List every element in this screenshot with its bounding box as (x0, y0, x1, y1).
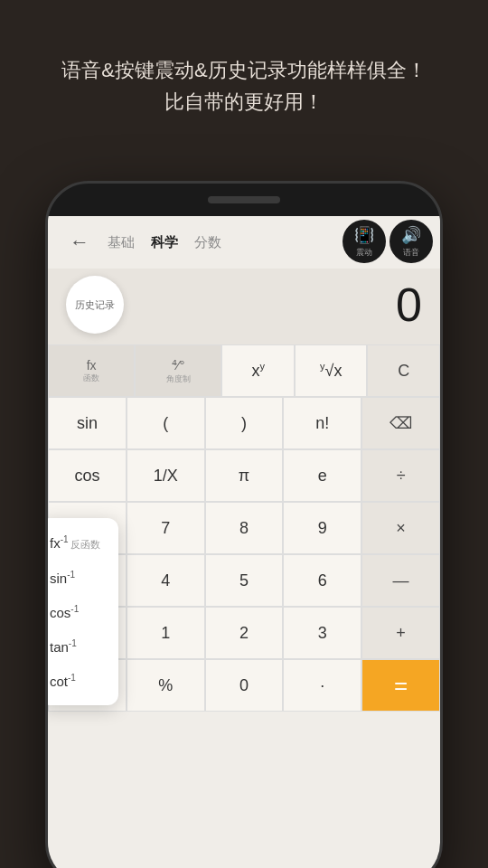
promo-line1: 语音&按键震动&历史记录功能样样俱全！ (36, 54, 452, 86)
key-1[interactable]: 1 (127, 607, 205, 659)
voice-button[interactable]: 🔊 语音 (389, 220, 433, 263)
key-clear[interactable]: C (367, 344, 440, 397)
fp-item-cot-inverse[interactable]: cot-1 (45, 664, 118, 698)
key-xy[interactable]: xy (221, 344, 295, 397)
key-decimal[interactable]: · (283, 659, 361, 712)
key-close-paren[interactable]: ) (205, 397, 284, 449)
key-subtract[interactable]: — (361, 554, 440, 607)
tab-science[interactable]: 科学 (151, 234, 178, 251)
key-open-paren[interactable]: ( (127, 397, 205, 449)
key-pi[interactable]: π (205, 449, 284, 502)
vibrate-button[interactable]: 📳 震动 (343, 220, 386, 263)
keyboard-row-2: sin ( ) n! ⌫ (48, 397, 440, 449)
voice-label: 语音 (403, 247, 419, 259)
phone-mockup: ← 基础 科学 分数 📳 震动 🔊 语音 历史记录 0 (45, 181, 443, 868)
voice-icon: 🔊 (401, 225, 421, 245)
key-fx[interactable]: fx 函数 (48, 344, 135, 397)
key-6[interactable]: 6 (283, 554, 361, 607)
back-button[interactable]: ← (62, 227, 97, 258)
key-divide[interactable]: ÷ (361, 449, 440, 502)
history-button[interactable]: 历史记录 (66, 276, 124, 334)
fp-item-tan-inverse[interactable]: tan-1 (45, 629, 118, 664)
phone-notch (208, 196, 280, 203)
key-reciprocal[interactable]: 1/X (127, 449, 205, 502)
tab-fraction[interactable]: 分数 (194, 234, 221, 251)
keyboard-row-3: cos 1/X π e ÷ (48, 449, 440, 502)
key-5[interactable]: 5 (205, 554, 284, 607)
key-percent[interactable]: % (127, 659, 205, 712)
key-yroot[interactable]: y√x (295, 344, 368, 397)
inverse-functions-panel: fx-1 反函数 sin-1 cos-1 tan-1 cot-1 (45, 518, 118, 705)
fp-item-cos-inverse[interactable]: cos-1 (45, 595, 118, 629)
key-multiply[interactable]: × (361, 502, 440, 554)
key-add[interactable]: + (361, 607, 440, 659)
key-0[interactable]: 0 (205, 659, 284, 712)
icon-buttons: 📳 震动 🔊 语音 (343, 220, 433, 263)
promo-line2: 比自带的更好用！ (36, 86, 452, 118)
key-equals[interactable]: = (361, 659, 440, 712)
fp-item-sin-inverse[interactable]: sin-1 (45, 561, 118, 595)
vibrate-icon: 📳 (354, 225, 374, 245)
vibrate-label: 震动 (356, 247, 372, 259)
keyboard-row-1: fx 函数 ⁴⁄° 角度制 xy y√x C (48, 344, 440, 397)
key-e[interactable]: e (283, 449, 361, 502)
key-angle[interactable]: ⁴⁄° 角度制 (135, 344, 221, 397)
display-number: 0 (396, 278, 422, 332)
key-3[interactable]: 3 (283, 607, 361, 659)
calc-nav: ← 基础 科学 分数 📳 震动 🔊 语音 (48, 216, 440, 269)
key-4[interactable]: 4 (127, 554, 205, 607)
fp-item-fx-inverse[interactable]: fx-1 反函数 (45, 525, 118, 561)
key-8[interactable]: 8 (205, 502, 284, 554)
calc-display: 历史记录 0 (48, 269, 440, 344)
key-cos[interactable]: cos (48, 449, 127, 502)
key-backspace[interactable]: ⌫ (361, 397, 440, 449)
key-sin[interactable]: sin (48, 397, 127, 449)
promo-text: 语音&按键震动&历史记录功能样样俱全！ 比自带的更好用！ (0, 0, 488, 145)
key-7[interactable]: 7 (127, 502, 205, 554)
key-factorial[interactable]: n! (283, 397, 361, 449)
key-9[interactable]: 9 (283, 502, 361, 554)
key-2[interactable]: 2 (205, 607, 284, 659)
tab-basic[interactable]: 基础 (108, 234, 135, 251)
